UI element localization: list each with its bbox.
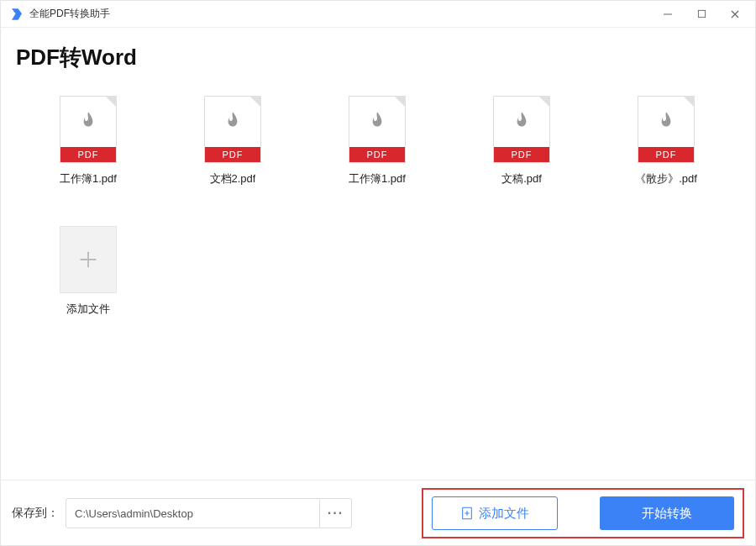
window-controls [651, 2, 752, 27]
close-button[interactable] [718, 2, 752, 27]
file-grid: PDF 工作簿1.pdf PDF 文档2.pdf PDF 工作簿1.pdf [1, 77, 755, 356]
pdf-reader-icon [366, 110, 388, 132]
pdf-thumbnail: PDF [638, 96, 695, 163]
file-name: 工作簿1.pdf [60, 171, 117, 186]
file-tile[interactable]: PDF 《散步》.pdf [594, 96, 738, 226]
add-file-button[interactable]: 添加文件 [432, 496, 558, 530]
pdf-badge: PDF [205, 147, 260, 162]
pdf-thumbnail: PDF [204, 96, 261, 163]
app-logo-icon [9, 7, 24, 22]
maximize-button[interactable] [685, 2, 718, 27]
file-tile[interactable]: PDF 工作簿1.pdf [16, 96, 160, 226]
start-convert-button[interactable]: 开始转换 [600, 496, 734, 530]
pdf-badge: PDF [349, 147, 405, 162]
minimize-button[interactable] [651, 2, 685, 27]
file-tile[interactable]: PDF 工作簿1.pdf [305, 96, 449, 226]
browse-path-button[interactable]: ··· [320, 498, 352, 528]
title-bar: 全能PDF转换助手 [1, 1, 755, 28]
start-convert-button-label: 开始转换 [642, 506, 692, 522]
pdf-reader-icon [511, 110, 533, 132]
save-to-label: 保存到： [12, 506, 59, 521]
pdf-thumbnail: PDF [349, 96, 406, 163]
app-title: 全能PDF转换助手 [29, 7, 651, 21]
bottom-bar: 保存到： ··· 添加文件 开始转换 [0, 480, 756, 546]
file-name: 《散步》.pdf [635, 171, 697, 186]
pdf-reader-icon [77, 110, 99, 132]
page-title: PDF转Word [1, 28, 755, 77]
pdf-badge: PDF [60, 147, 116, 162]
add-file-label: 添加文件 [66, 302, 110, 317]
file-name: 文稿.pdf [501, 171, 542, 186]
action-button-highlight: 添加文件 开始转换 [422, 488, 744, 538]
add-file-button-label: 添加文件 [479, 506, 529, 522]
add-file-box [60, 226, 117, 293]
pdf-thumbnail: PDF [493, 96, 550, 163]
svg-rect-0 [664, 13, 672, 14]
pdf-reader-icon [655, 110, 677, 132]
svg-rect-1 [698, 10, 705, 17]
pdf-badge: PDF [638, 147, 694, 162]
add-file-icon [460, 506, 474, 521]
file-tile[interactable]: PDF 文稿.pdf [449, 96, 594, 226]
pdf-badge: PDF [494, 147, 549, 162]
pdf-thumbnail: PDF [60, 96, 117, 163]
file-name: 工作簿1.pdf [349, 171, 406, 186]
file-tile[interactable]: PDF 文档2.pdf [160, 96, 305, 226]
plus-icon [76, 248, 100, 271]
file-name: 文档2.pdf [210, 171, 256, 186]
save-path-input[interactable] [66, 498, 320, 528]
pdf-reader-icon [222, 110, 244, 132]
add-file-tile[interactable]: 添加文件 [16, 226, 160, 356]
